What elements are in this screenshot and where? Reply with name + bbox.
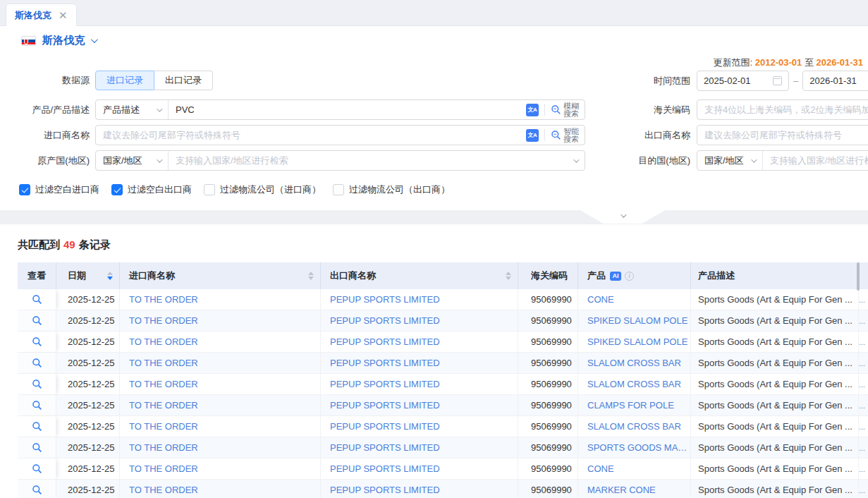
product-link[interactable]: CLAMPS FOR POLE — [587, 400, 674, 411]
smart-search-label: 智能搜索 — [563, 128, 579, 143]
time-range-label: 时间范围 — [635, 75, 697, 87]
exporter-link[interactable]: PEPUP SPORTS LIMITED — [330, 442, 440, 453]
end-date-value: 2026-01-31 — [809, 75, 857, 86]
importer-link[interactable]: TO THE ORDER — [129, 400, 198, 411]
exporter-link[interactable]: PEPUP SPORTS LIMITED — [330, 294, 440, 305]
exporter-input[interactable] — [697, 125, 868, 145]
filter-checkbox[interactable]: 过滤物流公司（进口商） — [204, 183, 321, 196]
description-cell: Sports Goods (Art & Equip For Gen ... — [691, 416, 859, 437]
product-link[interactable]: SLALOM CROSS BAR — [587, 379, 681, 389]
sort-icon[interactable] — [308, 272, 314, 280]
update-range: 更新范围: 2012-03-01 至 2026-01-31 — [714, 56, 864, 69]
table-body: 2025-12-25 TO THE ORDER PEPUP SPORTS LIM… — [18, 289, 868, 498]
view-record-button[interactable] — [18, 310, 56, 332]
product-link[interactable]: SPIKED SLALOM POLE — [587, 315, 687, 326]
destination-country-input[interactable] — [763, 151, 868, 170]
filter-checkbox[interactable]: 过滤空白进口商 — [19, 183, 99, 196]
product-link[interactable]: CONE — [587, 463, 614, 474]
checkbox-icon[interactable] — [19, 184, 30, 195]
sort-icon[interactable] — [506, 272, 511, 280]
exporter-link[interactable]: PEPUP SPORTS LIMITED — [330, 379, 440, 389]
view-record-button[interactable] — [18, 289, 56, 310]
fuzzy-search-button[interactable]: 模糊搜索 — [551, 102, 585, 118]
collapse-panel-button[interactable] — [580, 210, 665, 224]
import-records-button[interactable]: 进口记录 — [95, 71, 154, 90]
end-date-input[interactable]: 2026-01-31 — [802, 71, 868, 91]
checkbox-icon[interactable] — [111, 184, 123, 195]
importer-link[interactable]: TO THE ORDER — [129, 294, 198, 305]
chevron-down-icon — [573, 157, 579, 162]
table-scrollbar[interactable] — [857, 262, 860, 291]
filter-checkbox[interactable]: 过滤空白出口商 — [111, 183, 192, 196]
importer-link[interactable]: TO THE ORDER — [129, 485, 198, 495]
magnifier-icon — [32, 336, 42, 347]
search-icon — [551, 130, 561, 140]
date-cell: 2025-12-25 — [56, 289, 120, 310]
product-link[interactable]: SLALOM CROSS BAR — [587, 358, 681, 368]
view-record-button[interactable] — [18, 480, 56, 498]
translate-icon[interactable]: 文A — [526, 104, 539, 116]
importer-input[interactable] — [96, 126, 526, 145]
importer-link[interactable]: TO THE ORDER — [129, 463, 198, 474]
view-record-button[interactable] — [18, 353, 56, 374]
tab-slovakia[interactable]: 斯洛伐克 ✕ — [6, 4, 77, 26]
origin-country-select[interactable]: 国家/地区 — [96, 151, 169, 170]
view-record-button[interactable] — [18, 416, 56, 437]
product-link[interactable]: MARKER CONE — [587, 485, 656, 495]
destination-country-select[interactable]: 国家/地区 — [697, 151, 763, 170]
sort-icon[interactable] — [107, 272, 113, 280]
smart-search-button[interactable]: 智能搜索 — [551, 128, 585, 143]
col-header-exporter[interactable]: 出口商名称 — [321, 262, 518, 289]
product-link[interactable]: SPORTS GOODS MAR... — [587, 442, 690, 453]
checkbox-icon[interactable] — [204, 184, 215, 195]
magnifier-icon — [32, 442, 42, 453]
view-record-button[interactable] — [18, 395, 56, 416]
start-date-input[interactable]: 2025-02-01 — [697, 71, 789, 91]
description-cell: Sports Goods (Art & Equip For Gen ... — [691, 437, 859, 458]
exporter-label: 出口商名称 — [635, 129, 697, 142]
exporter-link[interactable]: PEPUP SPORTS LIMITED — [330, 421, 440, 432]
magnifier-icon — [32, 463, 42, 474]
col-header-importer[interactable]: 进口商名称 — [120, 262, 321, 289]
hs-code-input[interactable] — [697, 99, 868, 120]
translate-icon[interactable]: 文A — [526, 129, 539, 142]
filter-checkbox[interactable]: 过滤物流公司（出口商） — [333, 183, 450, 196]
exporter-link[interactable]: PEPUP SPORTS LIMITED — [330, 400, 440, 411]
product-link[interactable]: SPIKED SLALOM POLE — [587, 336, 687, 347]
product-input[interactable] — [169, 100, 526, 119]
importer-link[interactable]: TO THE ORDER — [129, 336, 198, 347]
table-row: 2025-12-25 TO THE ORDER PEPUP SPORTS LIM… — [18, 310, 868, 332]
product-link[interactable]: CONE — [587, 294, 614, 305]
view-record-button[interactable] — [18, 374, 56, 395]
date-cell: 2025-12-25 — [56, 374, 120, 395]
description-cell: Sports Goods (Art & Equip For Gen ... — [691, 353, 859, 374]
view-record-button[interactable] — [18, 437, 56, 458]
exporter-link[interactable]: PEPUP SPORTS LIMITED — [330, 463, 440, 474]
country-selector[interactable]: 斯洛伐克 — [21, 34, 96, 47]
divider — [544, 129, 545, 141]
product-link[interactable]: SLALOM CROSS BAR — [587, 421, 681, 432]
close-icon[interactable]: ✕ — [59, 10, 68, 20]
view-record-button[interactable] — [18, 332, 56, 353]
importer-link[interactable]: TO THE ORDER — [129, 379, 198, 389]
importer-link[interactable]: TO THE ORDER — [129, 315, 198, 326]
date-cell: 2025-12-25 — [56, 416, 120, 437]
exporter-link[interactable]: PEPUP SPORTS LIMITED — [330, 336, 440, 347]
exporter-link[interactable]: PEPUP SPORTS LIMITED — [330, 315, 440, 326]
col-header-date[interactable]: 日期 — [56, 262, 120, 289]
exporter-link[interactable]: PEPUP SPORTS LIMITED — [330, 485, 440, 495]
origin-country-control: 国家/地区 — [95, 150, 585, 171]
chevron-down-icon — [157, 157, 162, 162]
export-records-button[interactable]: 出口记录 — [154, 71, 213, 90]
importer-link[interactable]: TO THE ORDER — [129, 358, 198, 368]
importer-link[interactable]: TO THE ORDER — [129, 442, 198, 453]
view-record-button[interactable] — [18, 458, 56, 480]
product-type-select[interactable]: 产品描述 — [96, 100, 169, 119]
importer-link[interactable]: TO THE ORDER — [129, 421, 198, 432]
info-icon[interactable]: i — [625, 272, 634, 281]
exporter-link[interactable]: PEPUP SPORTS LIMITED — [330, 358, 440, 368]
table-row: 2025-12-25 TO THE ORDER PEPUP SPORTS LIM… — [18, 332, 868, 353]
date-range-separator: – — [793, 75, 798, 86]
origin-country-input[interactable] — [169, 151, 566, 170]
checkbox-icon[interactable] — [333, 184, 344, 195]
